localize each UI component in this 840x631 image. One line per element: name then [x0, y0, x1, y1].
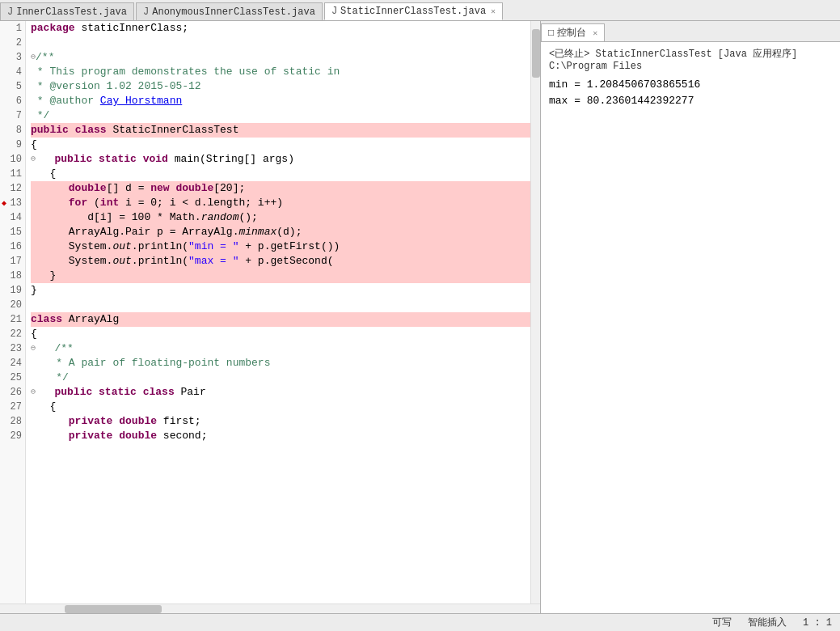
status-smart-insert: 智能插入	[748, 616, 787, 629]
tab-label-inner: InnerClassTest.java	[16, 6, 127, 18]
line-num-14: 14	[0, 210, 25, 225]
line-num-20: 20	[0, 298, 25, 312]
code-line-20	[31, 298, 530, 312]
line-num-17: 17	[0, 254, 25, 269]
code-line-19: }	[31, 283, 530, 298]
code-line-2	[31, 36, 530, 50]
console-output-min: min = 1.2084506703865516	[549, 77, 832, 93]
code-line-27: {	[31, 400, 530, 414]
line-num-19: 19	[0, 283, 25, 298]
line-num-21: 21	[0, 312, 25, 327]
line-num-24: 24	[0, 356, 25, 371]
console-header: <已终止> StaticInnerClassTest [Java 应用程序] C…	[549, 47, 832, 72]
line-num-5: 5	[0, 79, 25, 94]
console-tab[interactable]: □ 控制台 ✕	[541, 23, 605, 41]
code-line-29: private double second;	[31, 429, 530, 443]
code-line-11: {	[31, 167, 530, 181]
code-line-6: * @author Cay Horstmann	[31, 94, 530, 108]
console-content: <已终止> StaticInnerClassTest [Java 应用程序] C…	[541, 42, 840, 613]
tab-label-static: StaticInnerClassTest.java	[340, 6, 486, 17]
line-num-3: 3	[0, 50, 25, 65]
code-line-4: * This program demonstrates the use of s…	[31, 65, 530, 79]
console-pane: □ 控制台 ✕ <已终止> StaticInnerClassTest [Java…	[541, 21, 840, 613]
code-line-22: {	[31, 327, 530, 341]
line-num-11: 11	[0, 167, 25, 181]
line-num-2: 2	[0, 36, 25, 50]
tab-label-anonymous: AnonymousInnerClassTest.java	[152, 6, 315, 18]
code-area[interactable]: package staticInnerClass; ⊖/** * This pr…	[26, 21, 530, 603]
status-bar: 可写 智能插入 1 : 1	[0, 613, 840, 631]
line-num-12: 12	[0, 181, 25, 196]
line-num-13: 13	[0, 196, 25, 210]
code-line-9: {	[31, 138, 530, 152]
code-line-13: for (int i = 0; i < d.length; i++)	[31, 196, 530, 210]
scrollbar-thumb-h[interactable]	[65, 605, 162, 613]
line-num-29: 29	[0, 429, 25, 443]
tab-close-static[interactable]: ✕	[491, 6, 496, 16]
code-line-8: public class StaticInnerClassTest	[31, 123, 530, 138]
code-line-15: ArrayAlg.Pair p = ArrayAlg.minmax(d);	[31, 225, 530, 239]
code-line-7: */	[31, 108, 530, 123]
editor-tab-bar: J InnerClassTest.java J AnonymousInnerCl…	[0, 0, 840, 21]
line-num-22: 22	[0, 327, 25, 341]
line-num-8: 8	[0, 123, 25, 138]
code-line-17: System.out.println("max = " + p.getSecon…	[31, 254, 530, 269]
tab-icon-static: J	[331, 6, 337, 17]
vertical-scrollbar[interactable]	[530, 21, 540, 603]
editor-content: 1 2 3 4 5 6 7 8 9 10 11 12 13 14 15 16 1…	[0, 21, 540, 603]
console-tab-close[interactable]: ✕	[593, 28, 597, 38]
code-line-12: double[] d = new double[20];	[31, 181, 530, 196]
line-num-23: 23	[0, 341, 25, 356]
code-line-21: class ArrayAlg	[31, 312, 530, 327]
tab-anonymous-inner-class[interactable]: J AnonymousInnerClassTest.java	[136, 2, 323, 20]
console-tab-icon: □	[548, 28, 554, 39]
line-num-7: 7	[0, 108, 25, 123]
code-line-18: }	[31, 269, 530, 283]
editor-pane: 1 2 3 4 5 6 7 8 9 10 11 12 13 14 15 16 1…	[0, 21, 541, 613]
code-line-25: */	[31, 371, 530, 385]
code-line-16: System.out.println("min = " + p.getFirst…	[31, 239, 530, 254]
line-num-28: 28	[0, 414, 25, 429]
line-num-26: 26	[0, 385, 25, 400]
console-tab-label: 控制台	[557, 26, 586, 40]
main-layout: 1 2 3 4 5 6 7 8 9 10 11 12 13 14 15 16 1…	[0, 21, 840, 613]
line-num-25: 25	[0, 371, 25, 385]
status-writable: 可写	[712, 616, 732, 629]
code-line-1: package staticInnerClass;	[31, 21, 530, 36]
line-num-4: 4	[0, 65, 25, 79]
status-position: 1 : 1	[803, 617, 832, 629]
line-num-1: 1	[0, 21, 25, 36]
line-num-6: 6	[0, 94, 25, 108]
console-output-max: max = 80.23601442392277	[549, 93, 832, 109]
tab-inner-class[interactable]: J InnerClassTest.java	[0, 2, 134, 20]
tab-icon-anonymous: J	[143, 6, 149, 18]
line-num-9: 9	[0, 138, 25, 152]
code-line-28: private double first;	[31, 414, 530, 429]
horizontal-scrollbar[interactable]	[0, 603, 540, 613]
line-num-16: 16	[0, 239, 25, 254]
line-num-27: 27	[0, 400, 25, 414]
console-tab-bar: □ 控制台 ✕	[541, 21, 840, 42]
line-num-18: 18	[0, 269, 25, 283]
code-line-5: * @version 1.02 2015-05-12	[31, 79, 530, 94]
code-line-24: * A pair of floating-point numbers	[31, 356, 530, 371]
code-line-14: d[i] = 100 * Math.random();	[31, 210, 530, 225]
code-line-10: ⊖ public static void main(String[] args)	[31, 152, 530, 167]
line-num-10: 10	[0, 152, 25, 167]
code-line-3: ⊖/**	[31, 50, 530, 65]
scrollbar-thumb-v[interactable]	[532, 29, 540, 78]
code-line-23: ⊖ /**	[31, 341, 530, 356]
line-numbers: 1 2 3 4 5 6 7 8 9 10 11 12 13 14 15 16 1…	[0, 21, 26, 603]
line-num-15: 15	[0, 225, 25, 239]
tab-static-inner-class[interactable]: J StaticInnerClassTest.java ✕	[324, 2, 503, 20]
code-line-26: ⊖ public static class Pair	[31, 385, 530, 400]
tab-icon-inner: J	[7, 6, 13, 18]
